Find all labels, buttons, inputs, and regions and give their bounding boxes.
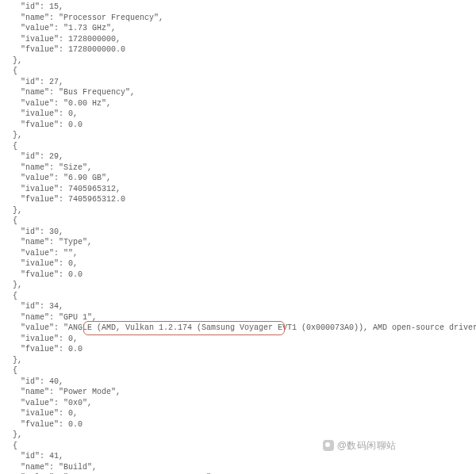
entry-close: }, [5, 430, 476, 441]
entry-value: "value": "0.00 Hz", [5, 98, 476, 109]
entry-fvalue: "fvalue": 7405965312.0 [5, 194, 476, 205]
entry-close: }, [5, 130, 476, 141]
entry-ivalue: "ivalue": 0, [5, 334, 476, 345]
entry-value: "value": "1.73 GHz", [5, 23, 476, 34]
entry-name: "name": "Size", [5, 162, 476, 174]
entry-name: "name": "Build", [5, 462, 476, 473]
entry-open: { [5, 66, 476, 77]
entry-id: "id": 30, [5, 227, 476, 238]
entry-name: "name": "Type", [5, 237, 476, 248]
entry-value: "value": "6.90 GB", [5, 173, 476, 184]
weibo-watermark: @数码闲聊站 [323, 439, 397, 452]
json-dump: "id": 15,"name": "Processor Frequency","… [0, 0, 476, 474]
entry-fvalue: "fvalue": 0.0 [5, 344, 476, 355]
entry-value: "value": "0x0", [5, 398, 476, 409]
entry-ivalue: "ivalue": 0, [5, 258, 476, 269]
entry-fvalue: "fvalue": 0.0 [5, 419, 476, 430]
entry-close: }, [5, 205, 476, 216]
entry-ivalue: "ivalue": 1728000000, [5, 34, 476, 45]
entry-open: { [5, 365, 476, 377]
entry-close: }, [5, 355, 476, 366]
entry-fvalue: "fvalue": 1728000000.0 [5, 44, 476, 55]
entry-id: "id": 34, [5, 301, 476, 312]
entry-fvalue: "fvalue": 0.0 [5, 120, 476, 131]
entry-ivalue: "ivalue": 0, [5, 109, 476, 120]
entry-name: "name": "Power Mode", [5, 387, 476, 398]
watermark-text: @数码闲聊站 [337, 439, 397, 452]
entry-fvalue: "fvalue": 0.0 [5, 269, 476, 281]
entry-open: { [5, 141, 476, 152]
weibo-icon [323, 440, 334, 451]
entry-value: "value": "ANGLE (AMD, Vulkan 1.2.174 (Sa… [5, 323, 476, 334]
entry-id: "id": 40, [5, 377, 476, 388]
entry-value: "value": "", [5, 248, 476, 259]
entry-id: "id": 29, [5, 151, 476, 162]
entry-name: "name": "Bus Frequency", [5, 87, 476, 98]
entry-close: }, [5, 280, 476, 291]
entry-name: "name": "GPU 1", [5, 312, 476, 323]
entry-open: { [5, 441, 476, 452]
entry-open: { [5, 216, 476, 227]
entry-ivalue: "ivalue": 7405965312, [5, 184, 476, 195]
entry-open: { [5, 291, 476, 302]
entry-name: "name": "Processor Frequency", [5, 13, 476, 24]
entry-id: "id": 41, [5, 451, 476, 462]
entry-id: "id": 15, [5, 2, 476, 13]
entry-ivalue: "ivalue": 0, [5, 408, 476, 419]
entry-close: }, [5, 55, 476, 67]
entry-id: "id": 27, [5, 77, 476, 88]
